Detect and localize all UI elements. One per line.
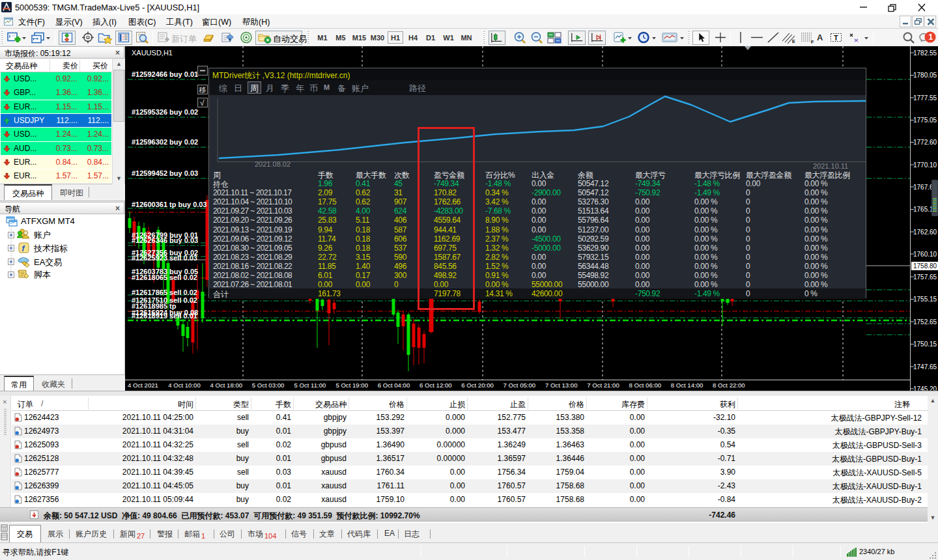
svg-text:√: √	[200, 98, 205, 107]
svg-text:1780.05: 1780.05	[913, 72, 937, 79]
svg-text:6 Oct 12:00: 6 Oct 12:00	[419, 382, 452, 389]
svg-text:1: 1	[929, 33, 933, 42]
svg-text:T: T	[834, 34, 838, 42]
svg-text:7 Oct 05:00: 7 Oct 05:00	[504, 382, 536, 389]
svg-text:1762.60: 1762.60	[913, 229, 937, 236]
svg-text:7 Oct 21:00: 7 Oct 21:00	[587, 382, 619, 389]
svg-text:5 Oct 11:00: 5 Oct 11:00	[294, 382, 326, 389]
svg-text:7 Oct 13:00: 7 Oct 13:00	[545, 382, 578, 389]
svg-text:4 Oct 2021: 4 Oct 2021	[128, 382, 158, 389]
svg-text:1750.15: 1750.15	[913, 341, 937, 348]
svg-text:1760.10: 1760.10	[913, 251, 937, 258]
svg-text:技术指标: 技术指标	[33, 244, 68, 253]
svg-text:4 Oct 10:00: 4 Oct 10:00	[168, 382, 201, 389]
svg-text:1747.65: 1747.65	[913, 363, 937, 371]
svg-text:5 Oct 19:00: 5 Oct 19:00	[335, 382, 368, 389]
svg-text:8 Oct 14:00: 8 Oct 14:00	[671, 382, 704, 389]
svg-text:1752.65: 1752.65	[913, 318, 937, 326]
svg-text:EA交易: EA交易	[34, 257, 62, 267]
svg-text:账户: 账户	[34, 230, 51, 240]
svg-text:6 Oct 04:00: 6 Oct 04:00	[378, 382, 410, 389]
svg-text:1772.60: 1772.60	[913, 139, 937, 146]
svg-text:4 Oct 18:00: 4 Oct 18:00	[210, 382, 242, 389]
svg-text:5 Oct 03:00: 5 Oct 03:00	[252, 382, 285, 389]
svg-text:1782.55: 1782.55	[913, 49, 937, 57]
svg-text:1745.20: 1745.20	[913, 385, 937, 391]
svg-text:ATFXGM MT4: ATFXGM MT4	[21, 216, 75, 226]
svg-text:1770.10: 1770.10	[913, 161, 937, 169]
svg-text:F: F	[811, 40, 814, 44]
svg-text:6 Oct 20:00: 6 Oct 20:00	[461, 382, 494, 389]
svg-text:1755.15: 1755.15	[913, 296, 937, 303]
svg-text:8 Oct 22:00: 8 Oct 22:00	[713, 382, 745, 389]
svg-text:E: E	[792, 39, 795, 44]
svg-text:脚本: 脚本	[34, 270, 51, 279]
svg-text:移: 移	[199, 86, 206, 94]
svg-text:1775.05: 1775.05	[913, 117, 937, 124]
svg-text:1777.55: 1777.55	[913, 94, 937, 102]
svg-text:8 Oct 06:00: 8 Oct 06:00	[629, 382, 661, 389]
svg-text:1757.65: 1757.65	[913, 273, 937, 281]
svg-text:1758.80: 1758.80	[913, 262, 937, 270]
